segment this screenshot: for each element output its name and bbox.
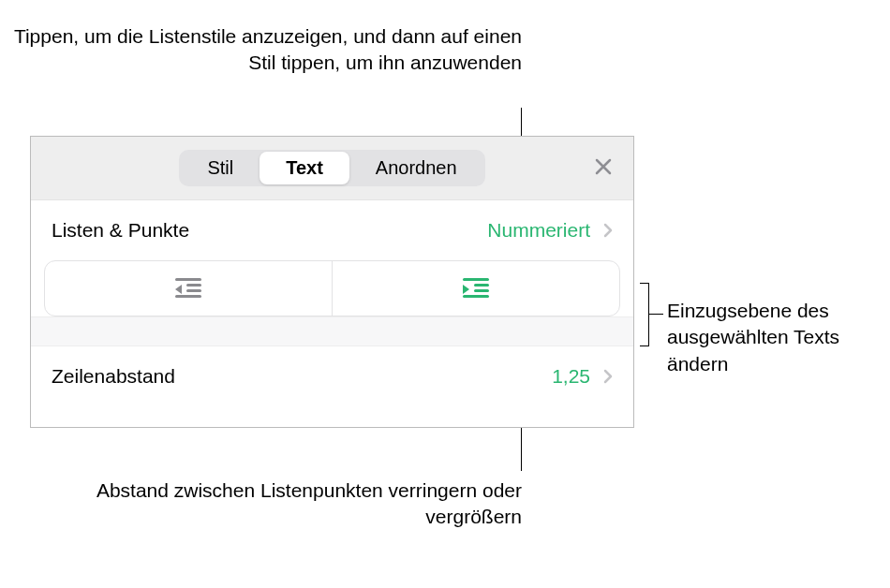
format-panel: Stil Text Anordnen Listen & Punkte Numme… bbox=[30, 136, 634, 428]
leader-line bbox=[649, 314, 663, 315]
panel-header: Stil Text Anordnen bbox=[31, 137, 633, 200]
line-spacing-label: Zeilenabstand bbox=[52, 365, 175, 388]
outdent-button[interactable] bbox=[45, 261, 333, 316]
chevron-right-icon bbox=[603, 363, 613, 390]
lists-bullets-label: Listen & Punkte bbox=[52, 219, 189, 242]
indent-icon bbox=[463, 278, 489, 299]
line-spacing-row[interactable]: Zeilenabstand 1,25 bbox=[31, 346, 633, 406]
callout-indent-level: Einzugsebene des ausgewählten Texts ände… bbox=[667, 298, 890, 377]
segmented-control: Stil Text Anordnen bbox=[179, 150, 484, 186]
lists-bullets-row[interactable]: Listen & Punkte Nummeriert bbox=[31, 200, 633, 260]
tab-text[interactable]: Text bbox=[260, 152, 349, 184]
indent-button[interactable] bbox=[333, 261, 619, 316]
panel-body: Listen & Punkte Nummeriert bbox=[31, 200, 633, 427]
leader-bracket bbox=[640, 283, 649, 346]
lists-bullets-value: Nummeriert bbox=[487, 219, 590, 242]
outdent-icon bbox=[175, 278, 201, 299]
section-gap bbox=[31, 316, 633, 346]
close-button[interactable] bbox=[594, 155, 613, 182]
tab-anordnen[interactable]: Anordnen bbox=[349, 152, 483, 184]
indent-control bbox=[44, 260, 620, 316]
callout-line-spacing: Abstand zwischen Listenpunkten verringer… bbox=[0, 478, 522, 531]
close-icon bbox=[594, 157, 613, 176]
callout-list-styles: Tippen, um die Listenstile anzuzeigen, u… bbox=[0, 23, 522, 77]
chevron-right-icon bbox=[603, 217, 613, 243]
line-spacing-value: 1,25 bbox=[552, 365, 590, 388]
leader-line bbox=[521, 424, 522, 471]
tab-stil[interactable]: Stil bbox=[181, 152, 260, 184]
